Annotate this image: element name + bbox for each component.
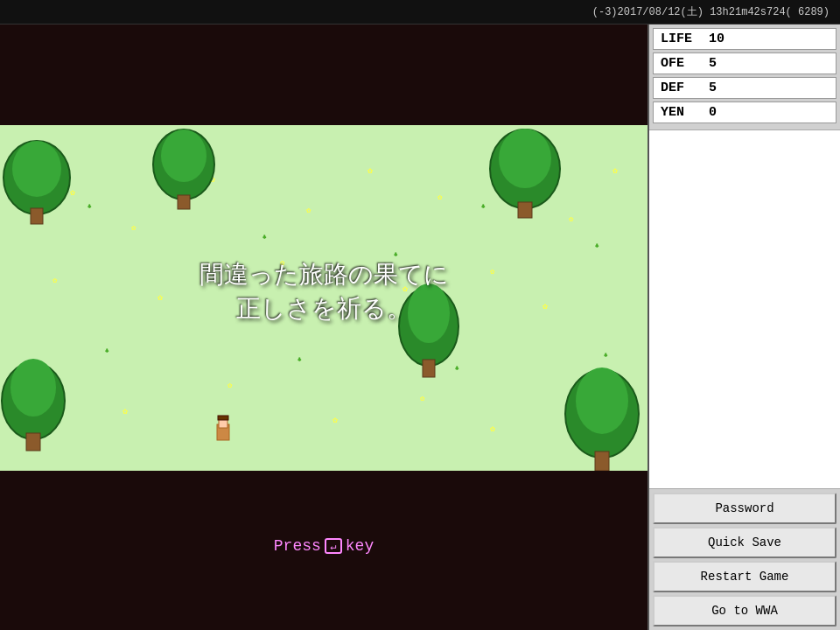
goto-wwa-button[interactable]: Go to WWA: [653, 595, 836, 626]
def-stat-row: DEF 5: [653, 77, 836, 99]
game-bottom-border: Press ↵ key: [0, 471, 648, 630]
yen-stat-row: YEN 0: [653, 102, 836, 123]
life-label: LIFE: [661, 32, 709, 46]
top-bar: (-3)2017/08/12(土) 13h21m42s724( 6289): [0, 0, 840, 24]
game-viewport: ✿ ✿ ✿ ✿ ✿ ✿ ✿ ✿ ✿ ✿ ✿ ✿ ✿ ✿ ✿ ✿ ✿ ✿ ✿ ✿: [0, 125, 648, 471]
def-label: DEF: [661, 80, 709, 95]
life-stat-row: LIFE 10: [653, 28, 836, 50]
ofe-value: 5: [709, 56, 717, 71]
stats-panel: LIFE 10 OFE 5 DEF 5 YEN 0: [649, 24, 840, 130]
sidebar-empty-space: [649, 130, 840, 488]
enter-key-icon: ↵: [325, 538, 342, 554]
sidebar: LIFE 10 OFE 5 DEF 5 YEN 0 Password Quick…: [648, 24, 840, 630]
press-prefix: Press: [274, 537, 321, 555]
ofe-stat-row: OFE 5: [653, 52, 836, 74]
game-top-border: [0, 24, 648, 125]
quick-save-button[interactable]: Quick Save: [653, 527, 836, 558]
press-key-prompt: Press ↵ key: [274, 537, 374, 555]
life-value: 10: [709, 32, 724, 46]
main-content: ✿ ✿ ✿ ✿ ✿ ✿ ✿ ✿ ✿ ✿ ✿ ✿ ✿ ✿ ✿ ✿ ✿ ✿ ✿ ✿: [0, 24, 840, 630]
grass-background: [0, 125, 648, 471]
def-value: 5: [709, 80, 717, 95]
buttons-panel: Password Quick Save Restart Game Go to W…: [649, 488, 840, 630]
timestamp-text: (-3)2017/08/12(土) 13h21m42s724( 6289): [592, 4, 830, 19]
restart-game-button[interactable]: Restart Game: [653, 561, 836, 592]
game-area: ✿ ✿ ✿ ✿ ✿ ✿ ✿ ✿ ✿ ✿ ✿ ✿ ✿ ✿ ✿ ✿ ✿ ✿ ✿ ✿: [0, 24, 648, 630]
ofe-label: OFE: [661, 56, 709, 71]
password-button[interactable]: Password: [653, 493, 836, 524]
yen-value: 0: [709, 105, 717, 120]
press-suffix: key: [346, 537, 374, 555]
yen-label: YEN: [661, 105, 709, 120]
